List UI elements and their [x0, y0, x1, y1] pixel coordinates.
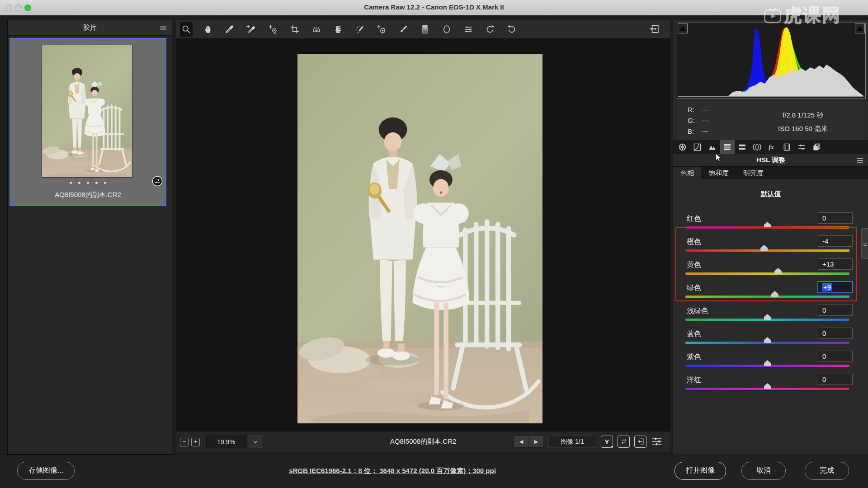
transform-tool[interactable]: [332, 22, 344, 37]
toggle-panels-icon[interactable]: [649, 23, 660, 34]
slider-thumb-green[interactable]: [771, 291, 778, 297]
radial-filter-tool[interactable]: [440, 22, 453, 37]
targeted-adjustment-tool-icon: [268, 24, 278, 34]
slider-track-orange[interactable]: [685, 249, 849, 252]
hand-tool[interactable]: [202, 22, 214, 37]
slider-value-yellow[interactable]: +13: [818, 258, 853, 270]
slider-track-purple[interactable]: [685, 365, 849, 367]
thumbnail-image[interactable]: [42, 45, 132, 177]
preferences-tool[interactable]: [462, 22, 475, 37]
hsl-slider-green: 绿色+9: [673, 281, 868, 304]
graduated-filter-tool[interactable]: [419, 22, 431, 37]
rgb-row: B:---: [688, 127, 709, 135]
hand-tool-icon: [203, 24, 213, 34]
slider-value-purple[interactable]: 0: [818, 351, 853, 362]
before-after-view-button[interactable]: Y: [601, 436, 613, 448]
hsl-tab-row: 色相饱和度明亮度: [673, 166, 868, 179]
tab-basic-icon: [678, 142, 687, 152]
filmstrip-header: 胶片: [8, 20, 172, 36]
slider-label-green: 绿色: [687, 283, 701, 293]
tab-camera-calibration[interactable]: [779, 140, 794, 154]
copy-settings-button[interactable]: [634, 436, 646, 448]
default-values-link[interactable]: 默认值: [761, 190, 781, 197]
rgb-row: R:---: [688, 106, 709, 113]
rotate-left-tool-icon: [485, 24, 495, 34]
previous-image-button[interactable]: ◀: [514, 436, 529, 447]
tab-tone-curve[interactable]: [690, 140, 705, 154]
tool-bar: [176, 20, 670, 39]
hsl-slider-magenta: 洋红0: [673, 373, 868, 396]
hsl-subtab-1[interactable]: 饱和度: [701, 167, 736, 179]
slider-thumb-yellow[interactable]: [774, 268, 782, 274]
slider-track-blue[interactable]: [685, 342, 849, 344]
main-preview-image[interactable]: [297, 54, 542, 423]
tab-split-toning[interactable]: [735, 140, 750, 154]
color-sampler-tool[interactable]: [245, 22, 258, 37]
tab-effects[interactable]: [764, 140, 779, 154]
slider-value-orange[interactable]: -4: [818, 235, 853, 247]
edge-panel-tab[interactable]: [861, 228, 868, 259]
hsl-subtab-2[interactable]: 明亮度: [736, 167, 771, 179]
thumbnail-filename: AQ8I5008的副本.CR2: [10, 191, 165, 199]
exif-iso-focal: ISO 160 50 毫米: [745, 122, 861, 136]
slider-thumb-magenta[interactable]: [764, 383, 771, 389]
thumbnail-dots: [10, 182, 165, 184]
slider-value-blue[interactable]: 0: [818, 328, 853, 339]
preview-area: [176, 39, 670, 431]
rgb-value: ---: [701, 127, 708, 135]
done-button[interactable]: 完成: [805, 462, 849, 480]
slider-track-yellow[interactable]: [685, 272, 849, 275]
slider-track-aqua[interactable]: [685, 319, 849, 321]
slider-track-magenta[interactable]: [685, 388, 849, 390]
tab-basic[interactable]: [675, 140, 690, 154]
hsl-panel-menu-icon[interactable]: [856, 156, 864, 164]
slider-track-green[interactable]: [685, 296, 849, 298]
filmstrip-menu-icon[interactable]: [159, 24, 167, 32]
rotate-right-tool[interactable]: [505, 22, 518, 37]
hsl-subtab-0[interactable]: 色相: [673, 167, 701, 179]
spot-removal-tool[interactable]: [354, 22, 366, 37]
slider-value-magenta[interactable]: 0: [818, 374, 853, 385]
histogram-graph: [677, 26, 864, 98]
swap-before-after-button[interactable]: [618, 436, 630, 448]
hsl-slider-yellow: 黄色+13: [673, 258, 868, 281]
straighten-tool-icon: [311, 24, 321, 34]
open-image-button[interactable]: 打开图像: [675, 462, 726, 480]
red-eye-tool[interactable]: [375, 22, 388, 37]
next-image-button[interactable]: ▶: [529, 436, 543, 447]
targeted-adjustment-tool[interactable]: [267, 22, 279, 37]
white-balance-tool[interactable]: [223, 22, 236, 37]
cancel-button[interactable]: 取消: [741, 462, 786, 480]
slider-thumb-purple[interactable]: [764, 360, 771, 366]
hsl-slider-orange: 橙色-4: [673, 235, 868, 258]
panel-tab-strip: [673, 140, 868, 154]
tab-detail[interactable]: [705, 140, 720, 154]
exif-aperture-shutter: f/2.8 1/125 秒: [745, 108, 861, 122]
slider-value-red[interactable]: 0: [818, 212, 853, 224]
rotate-left-tool[interactable]: [484, 22, 496, 37]
tab-hsl[interactable]: [720, 140, 735, 154]
straighten-tool[interactable]: [310, 22, 323, 37]
slider-label-red: 红色: [687, 214, 701, 224]
tab-lens-corrections[interactable]: [750, 140, 764, 154]
filmstrip-panel: 胶片 AQ8I5008的副本.CR2: [7, 20, 172, 455]
workflow-options-link[interactable]: sRGB IEC61966-2.1；8 位； 3648 x 5472 (20.0…: [289, 467, 496, 475]
filmstrip-thumbnail-cell[interactable]: AQ8I5008的副本.CR2: [9, 38, 166, 206]
save-image-button[interactable]: 存储图像...: [17, 462, 75, 480]
crop-tool[interactable]: [288, 22, 301, 37]
filmstrip-divider: [8, 209, 172, 210]
preview-settings-icon[interactable]: [651, 436, 663, 447]
hsl-slider-purple: 紫色0: [673, 350, 868, 373]
tab-snapshots[interactable]: [809, 140, 824, 154]
slider-thumb-aqua[interactable]: [764, 314, 771, 320]
adjustment-brush-tool[interactable]: [397, 22, 410, 37]
adjustment-brush-tool-icon: [398, 24, 408, 34]
slider-thumb-red[interactable]: [764, 222, 771, 228]
tab-presets[interactable]: [794, 140, 809, 154]
slider-track-red[interactable]: [685, 226, 849, 229]
slider-value-green[interactable]: +9: [817, 281, 853, 293]
slider-thumb-orange[interactable]: [760, 245, 768, 251]
zoom-tool[interactable]: [180, 22, 193, 37]
slider-thumb-blue[interactable]: [764, 337, 771, 343]
slider-value-aqua[interactable]: 0: [818, 305, 853, 316]
